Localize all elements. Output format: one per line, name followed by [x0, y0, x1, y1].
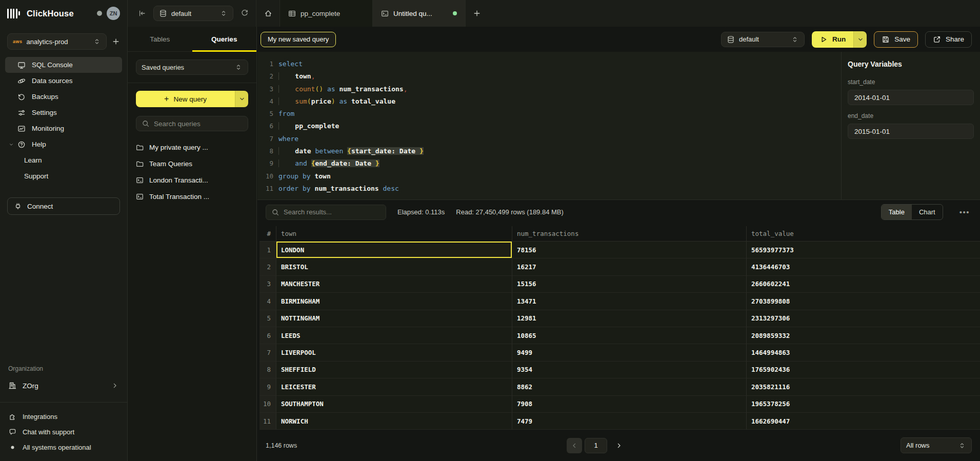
new-tab-button[interactable] — [466, 0, 488, 27]
cell-town[interactable]: BRISTOL — [276, 258, 512, 275]
service-select[interactable]: aws analytics-prod — [7, 33, 107, 50]
column-header-total-value[interactable]: total_value — [747, 226, 980, 242]
new-query-button[interactable]: + New query — [136, 91, 248, 107]
connect-button[interactable]: Connect — [7, 197, 120, 215]
more-options-button[interactable]: ••• — [954, 208, 972, 216]
add-service-button[interactable] — [112, 37, 120, 46]
saved-query-list: My private query ...Team QueriesLondon T… — [136, 139, 248, 205]
cell-town[interactable]: LEICESTER — [276, 378, 512, 395]
run-options-button[interactable] — [853, 31, 867, 48]
page-size-select[interactable]: All rows — [901, 437, 972, 453]
saved-query-my-private-query[interactable]: My private query ... — [136, 139, 248, 155]
sidebar-footer-integrations[interactable]: Integrations — [0, 409, 127, 424]
updown-chevron-icon — [93, 37, 101, 46]
cell-total-value[interactable]: 2089859332 — [747, 327, 980, 344]
line-number: 7 — [257, 133, 273, 145]
database-select[interactable]: default — [153, 6, 233, 21]
editor-tab-untitled-qu[interactable]: Untitled qu... — [373, 0, 466, 27]
cell-town[interactable]: SHEFFIELD — [276, 362, 512, 378]
view-tab-table[interactable]: Table — [882, 205, 912, 219]
cell-total-value[interactable]: 1464994863 — [747, 344, 980, 361]
run-button[interactable]: Run — [812, 31, 867, 48]
cell-town[interactable]: LONDON — [276, 242, 512, 258]
results-toolbar: Elapsed: 0.113s Read: 27,450,499 rows (1… — [257, 200, 980, 224]
variable-value-start-date[interactable] — [854, 94, 967, 102]
cell-total-value[interactable]: 56593977373 — [747, 242, 980, 258]
home-button[interactable] — [256, 0, 280, 27]
refresh-icon[interactable] — [241, 9, 249, 17]
updown-chevron-icon — [219, 9, 228, 17]
sidebar-item-help[interactable]: Help — [5, 136, 122, 152]
saved-query-label: Total Transaction ... — [149, 193, 209, 201]
avatar[interactable]: ZN — [107, 7, 120, 20]
sidebar-item-monitoring[interactable]: Monitoring — [5, 121, 122, 136]
chevron-down-icon — [238, 95, 246, 103]
saved-query-team-queries[interactable]: Team Queries — [136, 155, 248, 172]
cell-town[interactable]: NORWICH — [276, 413, 512, 430]
collapse-sidebar-icon[interactable] — [138, 9, 146, 17]
new-query-dropdown-button[interactable] — [235, 91, 248, 107]
cell-town[interactable]: NOTTINGHAM — [276, 310, 512, 327]
line-number: 10 — [257, 170, 273, 183]
sidebar-item-sql-console[interactable]: SQL Console — [5, 57, 122, 73]
sidebar-footer-all-systems-operational[interactable]: All systems operational — [0, 439, 127, 455]
cell-num-transactions[interactable]: 9354 — [512, 362, 747, 378]
sidebar-footer-chat-with-support[interactable]: Chat with support — [0, 424, 127, 439]
column-header-town[interactable]: town — [276, 226, 512, 242]
cell-num-transactions[interactable]: 8862 — [512, 378, 747, 395]
cell-total-value[interactable]: 4136446703 — [747, 258, 980, 275]
sql-editor: 1select2 town,3 count() as num_transacti… — [257, 52, 980, 200]
cell-total-value[interactable]: 2035821116 — [747, 378, 980, 395]
cell-num-transactions[interactable]: 12981 — [512, 310, 747, 327]
saved-queries-filter-select[interactable]: Saved queries — [136, 59, 248, 75]
cell-total-value[interactable]: 2660602241 — [747, 276, 980, 293]
editor-tab-pp-complete[interactable]: pp_complete — [280, 0, 373, 27]
cell-num-transactions[interactable]: 15156 — [512, 276, 747, 293]
notification-dot-icon[interactable] — [97, 11, 102, 16]
database-selector-group: default — [128, 0, 256, 27]
column-header-num-transactions[interactable]: num_transactions — [512, 226, 747, 242]
sidebar-item-learn[interactable]: Learn — [5, 152, 122, 168]
organization-item[interactable]: ZOrg — [0, 376, 127, 395]
prev-page-button[interactable] — [567, 438, 582, 453]
cell-total-value[interactable]: 1965378256 — [747, 396, 980, 413]
cell-num-transactions[interactable]: 13471 — [512, 293, 747, 310]
view-tab-chart[interactable]: Chart — [912, 205, 943, 219]
variable-value-end-date[interactable] — [854, 128, 967, 135]
column-header-index[interactable]: # — [259, 226, 276, 242]
saved-query-total-transaction[interactable]: Total Transaction ... — [136, 188, 248, 205]
cell-town[interactable]: LIVERPOOL — [276, 344, 512, 361]
page-number-input[interactable] — [585, 442, 607, 449]
search-queries-input[interactable] — [154, 120, 243, 128]
cell-total-value[interactable]: 2313297306 — [747, 310, 980, 327]
table-row: 9LEICESTER88622035821116 — [259, 378, 980, 395]
sidebar-item-support[interactable]: Support — [5, 168, 122, 184]
cell-town[interactable]: MANCHESTER — [276, 276, 512, 293]
cell-total-value[interactable]: 2703899808 — [747, 293, 980, 310]
cell-town[interactable]: SOUTHAMPTON — [276, 396, 512, 413]
tab-queries[interactable]: Queries — [192, 27, 257, 51]
sidebar-item-data-sources[interactable]: Data sources — [5, 73, 122, 89]
cell-total-value[interactable]: 1765902436 — [747, 362, 980, 378]
cell-num-transactions[interactable]: 7479 — [512, 413, 747, 430]
cell-num-transactions[interactable]: 78156 — [512, 242, 747, 258]
cell-num-transactions[interactable]: 7908 — [512, 396, 747, 413]
saved-query-name-chip[interactable]: My new saved query — [261, 32, 336, 47]
cell-town[interactable]: BIRMINGHAM — [276, 293, 512, 310]
editor-database-select[interactable]: default — [721, 32, 805, 47]
saved-query-london-transacti[interactable]: London Transacti... — [136, 172, 248, 188]
sidebar-item-backups[interactable]: Backups — [5, 89, 122, 105]
code-area[interactable]: 1select2 town,3 count() as num_transacti… — [257, 52, 841, 199]
next-page-button[interactable] — [611, 438, 627, 453]
search-results-input[interactable] — [284, 208, 381, 216]
variable-input-end-date — [848, 124, 974, 139]
cell-total-value[interactable]: 1662690447 — [747, 413, 980, 430]
cell-num-transactions[interactable]: 16217 — [512, 258, 747, 275]
share-button[interactable]: Share — [925, 31, 972, 48]
cell-num-transactions[interactable]: 10865 — [512, 327, 747, 344]
tab-tables[interactable]: Tables — [128, 27, 192, 51]
save-button[interactable]: Save — [874, 31, 918, 48]
sidebar-item-settings[interactable]: Settings — [5, 105, 122, 121]
cell-num-transactions[interactable]: 9499 — [512, 344, 747, 361]
cell-town[interactable]: LEEDS — [276, 327, 512, 344]
